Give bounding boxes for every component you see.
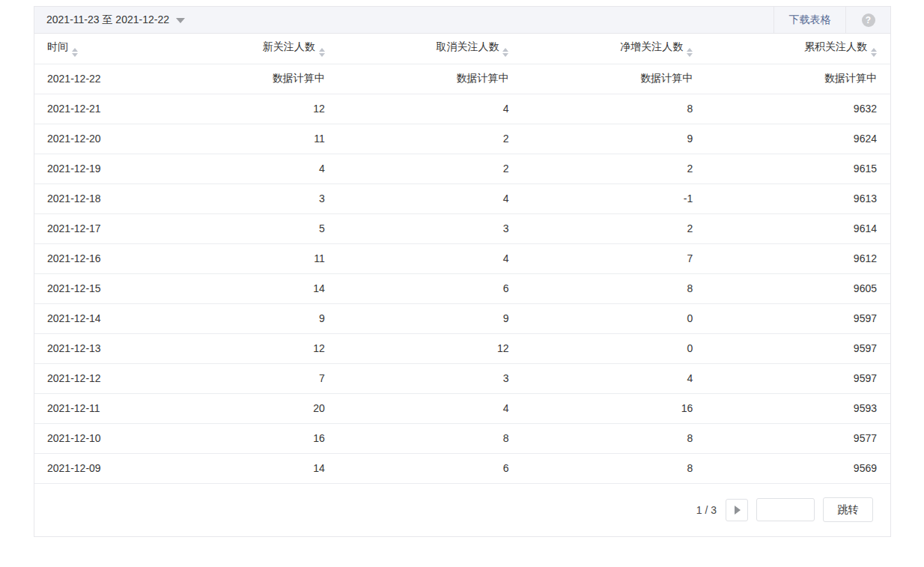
cell-cumulative: 9624 [706, 124, 890, 154]
cell-cumulative: 9597 [706, 333, 890, 363]
help-button[interactable]: ? [846, 7, 890, 33]
cell-unfollowers: 6 [338, 453, 523, 483]
dropdown-caret-icon [176, 18, 185, 23]
cell-time: 2021-12-21 [34, 94, 154, 124]
cell-cumulative: 9605 [706, 273, 890, 303]
cell-new-followers: 4 [154, 154, 338, 184]
cell-time: 2021-12-15 [34, 273, 154, 303]
cell-cumulative: 9614 [706, 213, 890, 243]
cell-cumulative: 9593 [706, 393, 890, 423]
cell-new-followers: 11 [154, 243, 338, 273]
cell-unfollowers: 2 [338, 124, 523, 154]
cell-unfollowers: 9 [338, 303, 523, 333]
cell-time: 2021-12-11 [34, 393, 154, 423]
cell-new-followers: 5 [154, 213, 338, 243]
cell-net-increase: 0 [522, 303, 706, 333]
cell-cumulative: 数据计算中 [706, 64, 890, 94]
cell-net-increase: 数据计算中 [522, 64, 706, 94]
page-indicator: 1 / 3 [696, 504, 717, 516]
cell-cumulative: 9597 [706, 303, 890, 333]
col-header-label: 新关注人数 [263, 40, 315, 52]
cell-net-increase: 9 [522, 124, 706, 154]
table-row: 2021-12-149909597 [34, 303, 890, 333]
cell-time: 2021-12-18 [34, 184, 154, 213]
date-range-selector[interactable]: 2021-11-23 至 2021-12-22 [34, 7, 197, 33]
cell-time: 2021-12-16 [34, 243, 154, 273]
page-number-input[interactable] [756, 498, 815, 521]
cell-new-followers: 20 [154, 393, 338, 423]
table-row: 2021-12-11204169593 [34, 393, 890, 423]
next-page-arrow-icon [735, 506, 741, 515]
cell-time: 2021-12-10 [34, 423, 154, 453]
cell-new-followers: 3 [154, 184, 338, 213]
follower-stats-panel: 2021-11-23 至 2021-12-22 下载表格 ? 时间新关注人数取消… [34, 6, 891, 537]
cell-new-followers: 12 [154, 94, 338, 124]
cell-net-increase: 8 [522, 94, 706, 124]
sort-icon[interactable] [687, 48, 693, 57]
pagination-bar: 1 / 3 跳转 [34, 484, 890, 536]
cell-unfollowers: 4 [338, 393, 523, 423]
table-row: 2021-12-2112489632 [34, 94, 890, 124]
col-header-label: 时间 [47, 40, 68, 52]
cell-new-followers: 14 [154, 273, 338, 303]
sort-icon[interactable] [871, 48, 877, 57]
cell-net-increase: 8 [522, 273, 706, 303]
cell-cumulative: 9615 [706, 154, 890, 184]
col-header-unfollowers[interactable]: 取消关注人数 [338, 34, 523, 64]
cell-unfollowers: 8 [338, 423, 523, 453]
sort-icon[interactable] [502, 48, 508, 57]
cell-cumulative: 9612 [706, 243, 890, 273]
table-row: 2021-12-175329614 [34, 213, 890, 243]
jump-button[interactable]: 跳转 [823, 497, 873, 522]
table-row: 2021-12-194229615 [34, 154, 890, 184]
table-row: 2021-12-1611479612 [34, 243, 890, 273]
table-row: 2021-12-1514689605 [34, 273, 890, 303]
cell-cumulative: 9632 [706, 94, 890, 124]
cell-unfollowers: 6 [338, 273, 523, 303]
cell-time: 2021-12-22 [34, 64, 154, 94]
cell-unfollowers: 4 [338, 94, 523, 124]
cell-net-increase: 7 [522, 243, 706, 273]
cell-unfollowers: 3 [338, 363, 523, 393]
cell-unfollowers: 2 [338, 154, 523, 184]
cell-new-followers: 数据计算中 [154, 64, 338, 94]
cell-cumulative: 9597 [706, 363, 890, 393]
cell-new-followers: 11 [154, 124, 338, 154]
cell-new-followers: 9 [154, 303, 338, 333]
cell-unfollowers: 4 [338, 184, 523, 213]
cell-net-increase: 2 [522, 154, 706, 184]
download-table-button[interactable]: 下载表格 [773, 7, 846, 33]
cell-unfollowers: 数据计算中 [338, 64, 523, 94]
cell-time: 2021-12-12 [34, 363, 154, 393]
table-row: 2021-12-22数据计算中数据计算中数据计算中数据计算中 [34, 64, 890, 94]
col-header-label: 净增关注人数 [620, 40, 683, 52]
cell-new-followers: 12 [154, 333, 338, 363]
follower-stats-table: 时间新关注人数取消关注人数净增关注人数累积关注人数 2021-12-22数据计算… [34, 34, 890, 484]
cell-unfollowers: 4 [338, 243, 523, 273]
date-range-label: 2021-11-23 至 2021-12-22 [46, 13, 169, 27]
table-row: 2021-12-2011299624 [34, 124, 890, 154]
col-header-label: 累积关注人数 [804, 40, 867, 52]
sort-icon[interactable] [319, 48, 325, 57]
col-header-net-increase[interactable]: 净增关注人数 [522, 34, 706, 64]
cell-time: 2021-12-14 [34, 303, 154, 333]
sort-icon[interactable] [72, 48, 78, 57]
cell-net-increase: 4 [522, 363, 706, 393]
cell-net-increase: 8 [522, 423, 706, 453]
col-header-label: 取消关注人数 [436, 40, 499, 52]
col-header-new-followers[interactable]: 新关注人数 [154, 34, 338, 64]
cell-net-increase: 8 [522, 453, 706, 483]
cell-cumulative: 9577 [706, 423, 890, 453]
download-table-label: 下载表格 [789, 13, 831, 27]
col-header-cumulative[interactable]: 累积关注人数 [706, 34, 890, 64]
cell-net-increase: -1 [522, 184, 706, 213]
table-header-row: 时间新关注人数取消关注人数净增关注人数累积关注人数 [34, 34, 890, 64]
cell-time: 2021-12-19 [34, 154, 154, 184]
table-row: 2021-12-1834-19613 [34, 184, 890, 213]
cell-unfollowers: 3 [338, 213, 523, 243]
next-page-button[interactable] [726, 499, 748, 521]
col-header-time[interactable]: 时间 [34, 34, 154, 64]
cell-unfollowers: 12 [338, 333, 523, 363]
cell-new-followers: 16 [154, 423, 338, 453]
cell-net-increase: 0 [522, 333, 706, 363]
